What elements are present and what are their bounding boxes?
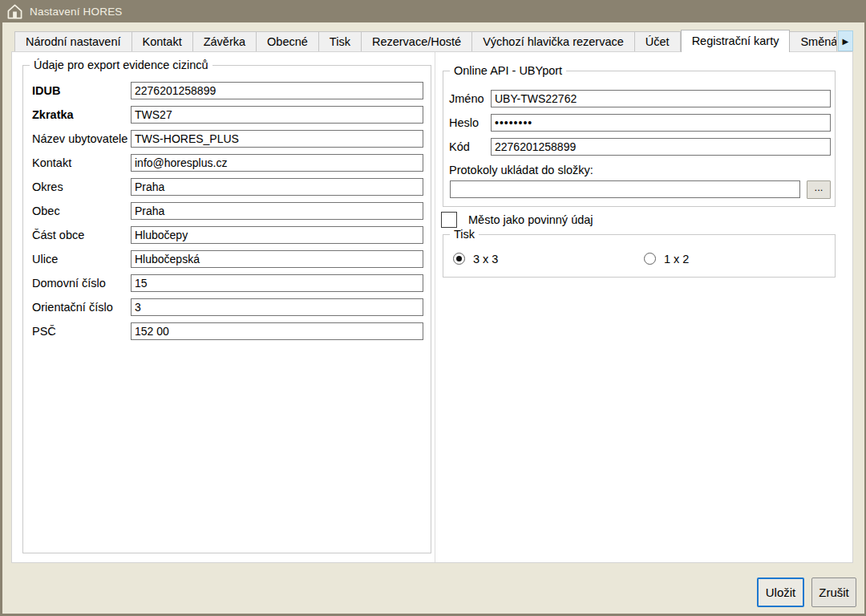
tab-smenarna[interactable]: Směnárna <box>790 31 836 51</box>
label-idub: IDUB <box>32 82 60 99</box>
input-kontakt[interactable] <box>131 154 423 172</box>
tab-narodni-nastaveni[interactable]: Národní nastavení <box>14 31 132 51</box>
window-title: Nastavení HORES <box>30 6 123 18</box>
input-domovni-cislo[interactable] <box>131 274 423 292</box>
tab-scroll-right-button[interactable]: ▶ <box>838 30 853 51</box>
cancel-button[interactable]: Zrušit <box>811 578 856 607</box>
label-domovni-cislo: Domovní číslo <box>32 274 106 292</box>
input-jmeno[interactable] <box>491 90 831 107</box>
group-tisk-title: Tisk <box>450 228 479 241</box>
input-psc[interactable] <box>131 322 423 340</box>
tab-tisk[interactable]: Tisk <box>319 31 362 51</box>
tab-registracni-karty[interactable]: Registrační karty <box>681 30 791 52</box>
input-cast-obce[interactable] <box>131 226 423 244</box>
input-kod[interactable] <box>491 138 831 156</box>
radio-1x2[interactable] <box>644 253 656 265</box>
input-idub[interactable] <box>131 82 423 99</box>
label-kod: Kód <box>449 138 470 156</box>
group-tisk: Tisk <box>443 234 836 278</box>
tab-kontakt[interactable]: Kontakt <box>132 31 193 51</box>
input-okres[interactable] <box>131 178 423 196</box>
label-heslo: Heslo <box>449 114 479 132</box>
tab-ucet[interactable]: Účet <box>635 31 681 51</box>
tab-rezervace-hoste[interactable]: Rezervace/Hosté <box>362 31 472 51</box>
label-zkratka: Zkratka <box>32 106 74 124</box>
radio-3x3-label: 3 x 3 <box>473 252 498 266</box>
radio-3x3[interactable] <box>453 253 465 265</box>
group-export-title: Údaje pro export evidence cizinců <box>30 59 212 71</box>
label-kontakt: Kontakt <box>32 154 71 172</box>
panel-divider <box>435 52 435 562</box>
label-protokoly-slozka: Protokoly ukládat do složky: <box>449 161 593 179</box>
input-orientacni-cislo[interactable] <box>131 298 423 316</box>
label-psc: PSČ <box>32 322 56 340</box>
input-protokoly-slozka[interactable] <box>450 180 800 198</box>
save-button[interactable]: Uložit <box>757 578 804 607</box>
group-ubyport-title: Online API - UBYport <box>450 64 566 77</box>
window-border-left <box>0 22 2 616</box>
label-obec: Obec <box>32 202 60 220</box>
tab-strip: Národní nastavení Kontakt Závěrka Obecné… <box>14 30 853 52</box>
chevron-right-icon: ▶ <box>843 37 849 46</box>
tab-vychozi-hlavicka-rezervace[interactable]: Výchozí hlavička rezervace <box>472 31 635 51</box>
radio-1x2-label: 1 x 2 <box>664 252 689 266</box>
label-ulice: Ulice <box>32 250 58 268</box>
input-heslo-password[interactable] <box>491 114 831 132</box>
tab-obecne[interactable]: Obecné <box>257 31 319 51</box>
input-ulice[interactable] <box>131 250 423 268</box>
label-okres: Okres <box>32 178 63 196</box>
title-bar: Nastavení HORES <box>0 0 866 22</box>
input-zkratka[interactable] <box>131 106 423 124</box>
label-orientacni-cislo: Orientační číslo <box>32 298 113 316</box>
label-cast-obce: Část obce <box>32 226 84 244</box>
browse-folder-button[interactable]: ... <box>807 180 831 199</box>
checkbox-mesto-label: Město jako povinný údaj <box>468 212 593 228</box>
input-nazev-ubytovatele[interactable] <box>131 130 423 148</box>
label-nazev-ubytovatele: Název ubytovatele <box>32 130 127 148</box>
label-jmeno: Jméno <box>449 90 484 107</box>
checkbox-mesto-povinny-udaj[interactable] <box>441 212 457 228</box>
app-house-icon <box>7 4 22 19</box>
input-obec[interactable] <box>131 202 423 220</box>
tab-zaverka[interactable]: Závěrka <box>193 31 257 51</box>
